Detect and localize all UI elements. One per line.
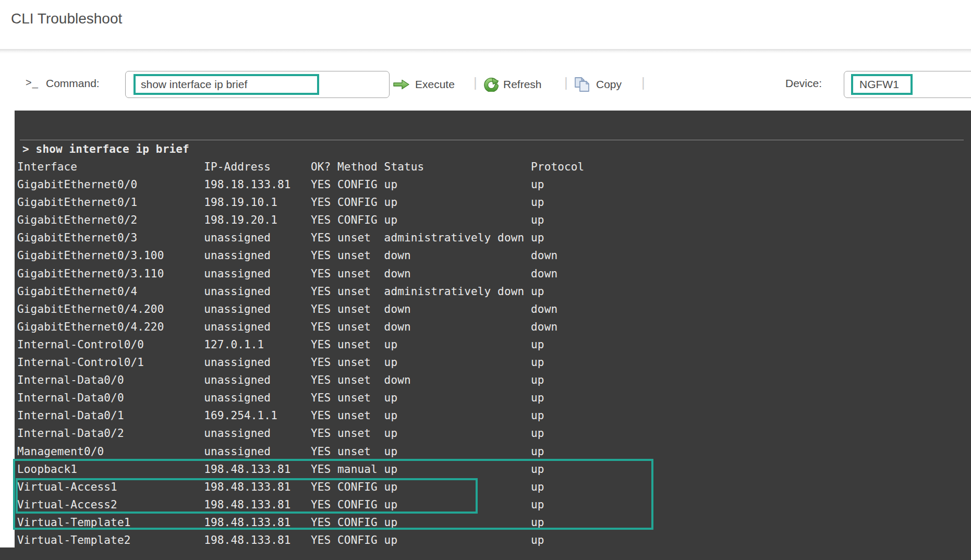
command-input-value: show interface ip brief [141,78,247,91]
device-label: Device: [785,77,822,90]
toolbar-separator: | [564,75,568,91]
terminal-prompt-icon: >_ [26,77,39,89]
refresh-button-label: Refresh [503,78,542,91]
terminal-command-echo: > show interface ip brief [22,140,189,158]
terminal-output: Interface IP-Address OK? Method Status P… [17,158,584,549]
execute-arrow-icon [393,79,410,90]
command-input[interactable]: show interface ip brief [125,71,390,98]
refresh-icon [483,77,499,92]
device-input-value: NGFW1 [859,78,899,91]
command-label: Command: [46,77,100,90]
refresh-button[interactable]: Refresh [483,73,542,96]
cli-output-terminal[interactable]: > show interface ip brief Interface IP-A… [15,111,971,560]
toolbar-separator: | [474,75,477,91]
toolbar-separator: | [641,75,645,91]
page-title: CLI Troubleshoot [11,10,122,27]
execute-button[interactable]: Execute [393,73,455,96]
copy-icon [574,76,591,93]
terminal-bottom-edge [0,547,15,560]
command-toolbar: >_ Command: show interface ip brief Exec… [0,54,971,111]
app-header: CLI Troubleshoot [0,0,971,49]
device-input[interactable]: NGFW1 [844,71,971,98]
execute-button-label: Execute [415,78,455,91]
cli-troubleshoot-page: CLI Troubleshoot >_ Command: show interf… [0,0,971,560]
copy-button[interactable]: Copy [574,73,622,96]
command-value-highlight-box: show interface ip brief [133,74,319,95]
header-divider [0,49,971,54]
device-value-highlight-box: NGFW1 [851,74,913,95]
copy-button-label: Copy [596,78,622,91]
